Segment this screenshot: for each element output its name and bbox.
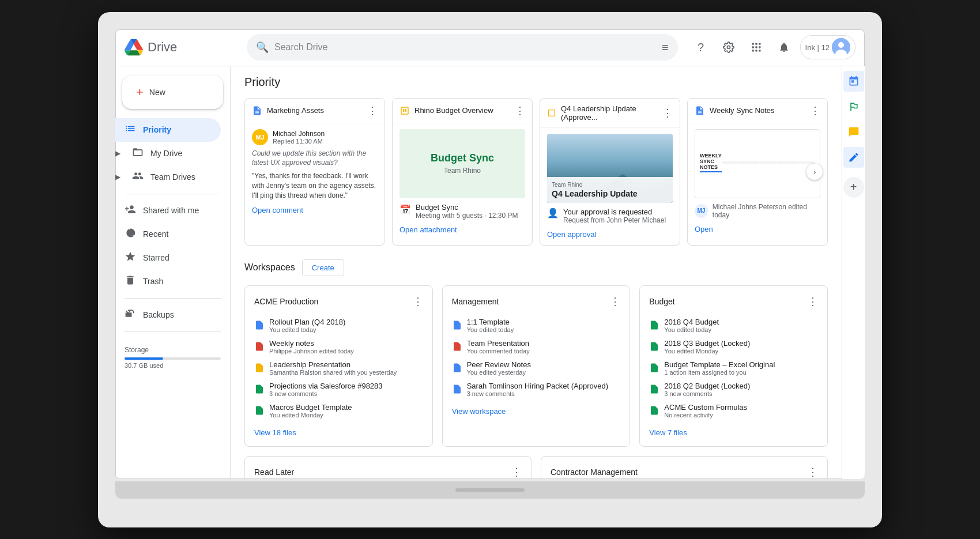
card-header: Marketing Assets ⋮ xyxy=(245,99,385,123)
workspace-file[interactable]: 2018 Q3 Budget (Locked) You edited Monda… xyxy=(649,336,818,357)
file-meta: Samantha Ralston shared with you yesterd… xyxy=(269,369,423,376)
user-badge[interactable]: Ink | 12 xyxy=(800,35,855,59)
sidebar-item-label-shared: Shared with me xyxy=(143,206,199,215)
card-4-more-icon[interactable]: ⋮ xyxy=(810,104,820,117)
preview-title-box: Team Rhino Q4 Leadership Update xyxy=(547,177,673,203)
workspace-file[interactable]: Team Presentation You commented today xyxy=(452,336,621,357)
notifications-button[interactable] xyxy=(772,36,796,59)
card-3-more-icon[interactable]: ⋮ xyxy=(662,107,673,119)
next-arrow-button[interactable]: › xyxy=(806,164,823,180)
right-icon-tasks[interactable] xyxy=(843,96,864,117)
sidebar-item-priority[interactable]: Priority xyxy=(115,118,221,142)
workspace-file[interactable]: 1:1 Template You edited today xyxy=(452,315,621,336)
card-q4-leadership[interactable]: Q4 Leadership Update (Approve... ⋮ xyxy=(540,98,680,246)
my-drive-icon xyxy=(132,146,144,161)
settings-button[interactable] xyxy=(717,36,740,59)
workspace-read-later: Read Later ⋮ xyxy=(244,456,532,479)
doc-file-icon-3 xyxy=(452,363,462,373)
workspace-file[interactable]: Projections via Salesforce #98283 3 new … xyxy=(254,379,423,400)
sidebar-item-team-drives[interactable]: ▶ Team Drives xyxy=(115,165,230,189)
filter-icon[interactable]: ≡ xyxy=(662,41,669,54)
workspace-file[interactable]: Weekly notes Philippe Johnson edited tod… xyxy=(254,336,423,357)
sidebar-item-trash[interactable]: Trash xyxy=(115,270,221,293)
view-acme-files-link[interactable]: View 18 files xyxy=(254,428,423,437)
workspace-read-later-more-icon[interactable]: ⋮ xyxy=(511,466,522,478)
new-button[interactable]: + New xyxy=(122,76,223,109)
create-workspace-button[interactable]: Create xyxy=(302,259,344,276)
drive-logo-icon xyxy=(125,38,143,56)
storage-section: Storage 30.7 GB used xyxy=(115,337,230,378)
slide-file-icon xyxy=(254,363,265,373)
workspace-file[interactable]: Budget Template – Excel Original 1 actio… xyxy=(649,357,818,379)
view-budget-files-link[interactable]: View 7 files xyxy=(649,428,818,437)
right-icon-calendar[interactable] xyxy=(843,71,864,92)
workspace-file[interactable]: Peer Review Notes You edited yesterday xyxy=(452,357,621,379)
file-name: Team Presentation xyxy=(467,339,621,348)
card-marketing-assets[interactable]: Marketing Assets ⋮ MJ Michael Johnson Re… xyxy=(244,98,385,246)
card-3-body: Team Rhino Q4 Leadership Update 👤 Your a… xyxy=(540,128,680,245)
file-name: Sarah Tomlinson Hiring Packet (Approved) xyxy=(467,382,621,390)
card-2-preview: Budget Sync Team Rhino xyxy=(399,129,525,198)
file-meta: You edited Monday xyxy=(664,348,818,355)
file-meta: 3 new comments xyxy=(467,390,621,397)
doc-blue-icon xyxy=(695,105,705,116)
help-button[interactable]: ? xyxy=(689,36,713,59)
workspace-file[interactable]: Sarah Tomlinson Hiring Packet (Approved)… xyxy=(452,379,621,400)
svg-rect-9 xyxy=(759,50,760,51)
workspace-management-more-icon[interactable]: ⋮ xyxy=(610,295,620,308)
search-bar[interactable]: 🔍 Search Drive ≡ xyxy=(247,34,678,61)
card-1-link[interactable]: Open comment xyxy=(252,206,303,214)
workspace-file[interactable]: ACME Custom Formulas No recent activity xyxy=(649,400,818,421)
card-4-preview: WEEKLY SYNC NOTES xyxy=(695,129,820,198)
view-management-link[interactable]: View workspace xyxy=(452,407,621,416)
card-weekly-sync[interactable]: Weekly Sync Notes ⋮ WEEKLY SYNC NOTES xyxy=(687,98,828,246)
card-1-title: Marketing Assets xyxy=(267,106,324,115)
file-meta: You edited today xyxy=(664,326,818,333)
workspace-contractor-more-icon[interactable]: ⋮ xyxy=(808,466,818,478)
right-icon-notes[interactable] xyxy=(843,122,864,142)
xls-file-icon-5 xyxy=(649,384,659,394)
file-name: 2018 Q2 Budget (Locked) xyxy=(664,382,818,390)
workspace-file[interactable]: 2018 Q4 Budget You edited today xyxy=(649,315,818,336)
file-name: Budget Template – Excel Original xyxy=(664,360,818,369)
sidebar-item-recent[interactable]: Recent xyxy=(115,223,221,246)
workspace-management-name: Management xyxy=(452,297,499,306)
card-1-more-icon[interactable]: ⋮ xyxy=(367,104,378,117)
sidebar-item-starred[interactable]: Starred xyxy=(115,246,221,270)
workspace-file[interactable]: Rollout Plan (Q4 2018) You edited today xyxy=(254,315,423,336)
sidebar-item-label-team-drives: Team Drives xyxy=(150,172,195,182)
card-2-link[interactable]: Open attachment xyxy=(399,225,457,234)
svg-rect-4 xyxy=(752,46,753,48)
sidebar-item-shared[interactable]: Shared with me xyxy=(115,199,221,223)
workspace-budget: Budget ⋮ 2018 Q4 Budget You edited today xyxy=(639,285,828,447)
workspace-file[interactable]: 2018 Q2 Budget (Locked) 3 new comments xyxy=(649,379,818,400)
right-icon-edit[interactable] xyxy=(843,147,864,168)
approval-icon: 👤 xyxy=(547,208,559,218)
card-3-link[interactable]: Open approval xyxy=(547,230,596,239)
recent-icon xyxy=(125,227,136,242)
workspaces-header: Workspaces Create xyxy=(244,259,828,276)
team-drives-arrow-icon[interactable]: ▶ xyxy=(115,173,120,181)
slide-yellow-icon xyxy=(547,108,556,118)
workspace-budget-more-icon[interactable]: ⋮ xyxy=(808,295,818,308)
apps-button[interactable] xyxy=(745,36,768,59)
doc-icon xyxy=(252,105,262,116)
card-4-link[interactable]: Open xyxy=(695,225,713,233)
shared-icon xyxy=(125,203,136,218)
card-rhino-budget[interactable]: Rhino Budget Overview ⋮ Budget Sync Team… xyxy=(392,98,533,246)
ppt-file-icon xyxy=(254,341,265,352)
workspace-management: Management ⋮ 1:1 Template You edited tod… xyxy=(442,285,631,447)
wpl-6 xyxy=(777,161,798,164)
workspace-acme-more-icon[interactable]: ⋮ xyxy=(413,295,423,308)
workspace-file[interactable]: Leadership Presentation Samantha Ralston… xyxy=(254,357,423,379)
card-2-more-icon[interactable]: ⋮ xyxy=(515,104,525,117)
add-panel-button[interactable]: + xyxy=(843,177,864,198)
workspace-cards: ACME Production ⋮ Rollout Plan (Q4 2018)… xyxy=(244,285,828,447)
card-3-preview: Team Rhino Q4 Leadership Update xyxy=(547,134,673,203)
workspace-file[interactable]: Macros Budget Template You edited Monday xyxy=(254,400,423,421)
sidebar-item-backups[interactable]: Backups xyxy=(115,303,221,327)
card-4-title: Weekly Sync Notes xyxy=(710,106,774,115)
card-snippet: Could we update this section with the la… xyxy=(252,149,378,168)
my-drive-arrow-icon[interactable]: ▶ xyxy=(115,149,120,157)
sidebar-item-my-drive[interactable]: ▶ My Drive xyxy=(115,142,230,165)
